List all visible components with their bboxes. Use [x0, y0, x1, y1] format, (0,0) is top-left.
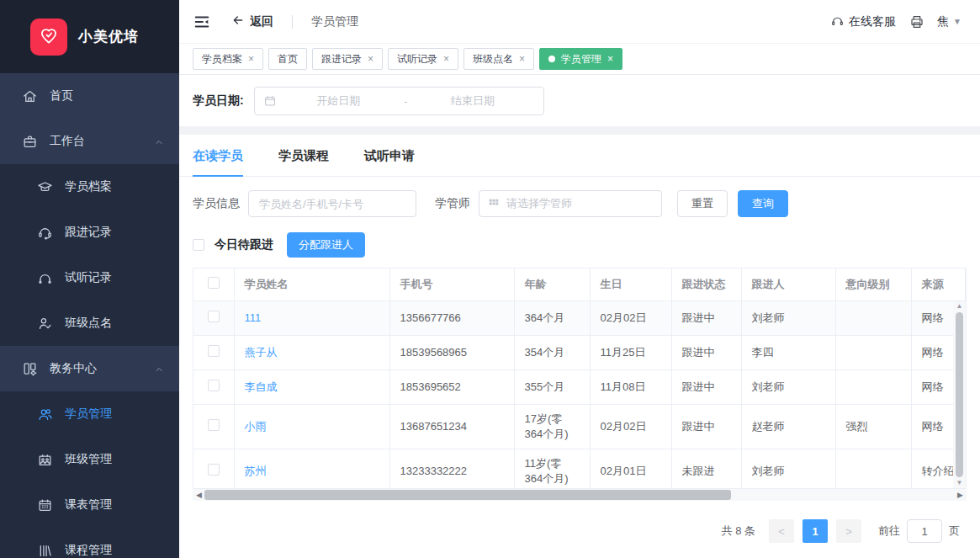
sidebar-item-class-management[interactable]: 班级管理	[0, 437, 179, 482]
sidebar-item-label: 课程管理	[65, 543, 112, 558]
col-header-intent[interactable]: 意向级别	[835, 268, 911, 300]
col-header-status[interactable]: 跟进状态	[671, 268, 741, 300]
date-range-picker[interactable]: 开始日期 - 结束日期	[254, 87, 544, 115]
sidebar-item-audition-records[interactable]: 试听记录	[0, 255, 179, 300]
headphones-icon	[37, 270, 53, 286]
topbar-right: 在线客服 焦 ▼	[830, 14, 961, 29]
col-header-source[interactable]: 来源	[911, 268, 966, 300]
sidebar-item-follow-records[interactable]: 跟进记录	[0, 210, 179, 255]
cell-age: 11岁(零364个月)	[514, 449, 590, 489]
tag-student-files[interactable]: 学员档案 ×	[193, 48, 263, 70]
search-button[interactable]: 查询	[738, 190, 788, 217]
start-date-input[interactable]: 开始日期	[277, 93, 400, 109]
student-name-link[interactable]: 苏州	[245, 465, 267, 477]
table-row: 小雨 13687651234 17岁(零364个月) 02月02日 跟进中 赵老…	[193, 404, 966, 449]
cell-birthday: 02月01日	[590, 449, 671, 489]
student-name-link[interactable]: 小雨	[245, 420, 267, 433]
close-icon[interactable]: ×	[248, 54, 254, 64]
pagination: 共 8 条 < 1 > 前往 页	[179, 501, 980, 543]
close-icon[interactable]: ×	[368, 54, 373, 64]
manager-select[interactable]: 请选择学管师	[479, 190, 662, 217]
student-info-input[interactable]	[248, 190, 416, 217]
tag-label: 首页	[278, 52, 298, 66]
close-icon[interactable]: ×	[607, 54, 613, 64]
sidebar-item-course-management[interactable]: 课程管理	[0, 528, 179, 558]
online-service-button[interactable]: 在线客服	[830, 14, 896, 29]
graduation-cap-icon	[37, 179, 53, 195]
headset-icon	[830, 14, 845, 29]
sidebar-item-label: 教务中心	[50, 361, 97, 376]
sidebar-item-class-rollcall[interactable]: 班级点名	[0, 300, 179, 346]
col-header-age[interactable]: 年龄	[514, 268, 590, 300]
row-checkbox[interactable]	[208, 311, 220, 322]
user-menu[interactable]: 焦 ▼	[937, 14, 961, 29]
tag-follow-records[interactable]: 跟进记录 ×	[312, 48, 383, 70]
prev-page-button[interactable]: <	[769, 519, 794, 543]
calendar-icon	[37, 497, 53, 513]
tab-student-courses[interactable]: 学员课程	[278, 148, 329, 177]
row-checkbox[interactable]	[208, 345, 220, 357]
student-name-link[interactable]: 燕子从	[245, 346, 278, 359]
page-1-button[interactable]: 1	[803, 519, 828, 543]
sidebar-collapse-icon[interactable]	[193, 13, 211, 31]
cell-age: 355个月	[514, 369, 590, 404]
tag-student-management-active[interactable]: 学员管理 ×	[539, 48, 622, 70]
tag-home[interactable]: 首页	[268, 48, 307, 70]
scroll-down-icon[interactable]: ▼	[956, 480, 963, 486]
student-name-link[interactable]: 李自成	[245, 380, 278, 393]
people-icon	[37, 407, 53, 422]
cell-age: 354个月	[514, 335, 590, 369]
row-checkbox[interactable]	[208, 464, 220, 476]
headset-mic-icon	[37, 225, 53, 241]
sidebar-item-student-files[interactable]: 学员档案	[0, 164, 179, 210]
page-unit-label: 页	[949, 523, 960, 539]
end-date-input[interactable]: 结束日期	[411, 93, 534, 109]
row-checkbox[interactable]	[208, 380, 220, 391]
calendar-icon	[263, 94, 277, 108]
tag-label: 学员档案	[202, 52, 242, 66]
select-all-checkbox[interactable]	[208, 277, 220, 289]
assign-follower-button[interactable]: 分配跟进人	[287, 232, 365, 258]
back-button[interactable]: 返回	[231, 13, 273, 29]
sidebar-item-home[interactable]: 首页	[0, 73, 179, 119]
chevron-up-icon	[154, 364, 164, 374]
sidebar-item-timetable-management[interactable]: 课表管理	[0, 482, 179, 528]
vertical-scroll-thumb[interactable]	[956, 312, 963, 477]
scroll-right-icon[interactable]: ▶	[957, 492, 963, 499]
cell-birthday: 02月02日	[590, 300, 671, 335]
tab-enrolled-students[interactable]: 在读学员	[193, 148, 243, 177]
horizontal-scroll-thumb[interactable]	[204, 490, 731, 500]
cell-intent: 强烈	[835, 404, 911, 449]
col-header-follower[interactable]: 跟进人	[741, 268, 835, 300]
tags-bar: 学员档案 × 首页 跟进记录 × 试听记录 × 班级点名 × 学员管理 ×	[179, 44, 980, 75]
col-header-phone[interactable]: 手机号	[389, 268, 514, 300]
horizontal-scrollbar[interactable]: ◀ ▶	[193, 489, 967, 501]
row-checkbox[interactable]	[208, 419, 220, 431]
cell-follower: 刘老师	[741, 300, 835, 335]
close-icon[interactable]: ×	[519, 54, 525, 64]
goto-page-input[interactable]	[907, 519, 942, 543]
sidebar-item-student-management[interactable]: 学员管理	[0, 391, 179, 437]
col-header-birthday[interactable]: 生日	[590, 268, 671, 300]
sidebar-item-academic-center[interactable]: 教务中心	[0, 346, 179, 391]
date-filter-label: 学员日期:	[193, 93, 244, 109]
printer-icon[interactable]	[909, 14, 924, 29]
student-name-link[interactable]: 111	[245, 311, 262, 324]
reset-button[interactable]: 重置	[677, 190, 728, 217]
col-header-name[interactable]: 学员姓名	[234, 268, 389, 300]
next-page-button[interactable]: >	[836, 519, 861, 543]
tag-audition-records[interactable]: 试听记录 ×	[388, 48, 458, 70]
tab-audition-applications[interactable]: 试听申请	[364, 148, 415, 177]
goto-group: 前往 页	[878, 519, 960, 543]
sidebar-item-label: 班级点名	[65, 316, 112, 331]
scroll-left-icon[interactable]: ◀	[196, 492, 202, 499]
sidebar-item-workbench[interactable]: 工作台	[0, 119, 179, 164]
today-follow-checkbox[interactable]	[193, 239, 204, 251]
cell-follower: 刘老师	[741, 369, 835, 404]
cell-phone: 13687651234	[389, 404, 514, 449]
tag-class-rollcall[interactable]: 班级点名 ×	[464, 48, 534, 70]
scroll-up-icon[interactable]: ▲	[956, 303, 963, 310]
vertical-scrollbar[interactable]: ▲ ▼	[953, 301, 966, 488]
close-icon[interactable]: ×	[443, 54, 449, 64]
active-dot-icon	[548, 56, 555, 62]
